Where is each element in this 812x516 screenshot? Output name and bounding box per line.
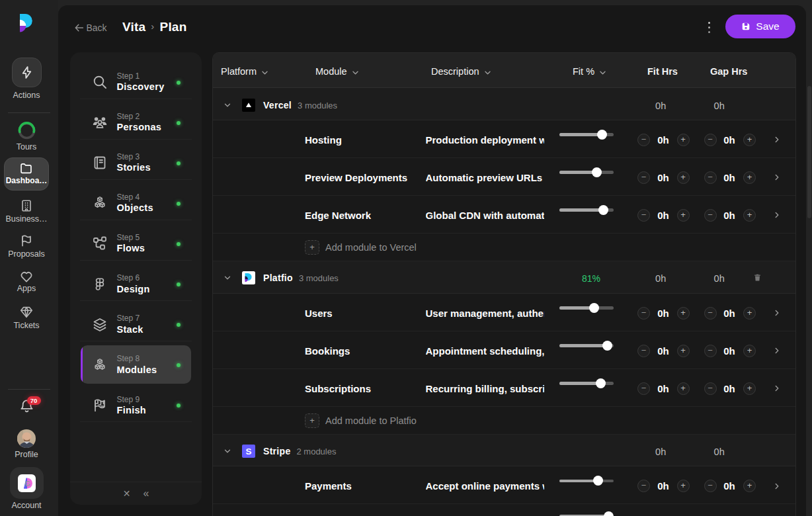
svg-text:G: G <box>25 480 30 488</box>
svg-text:S: S <box>245 447 251 456</box>
